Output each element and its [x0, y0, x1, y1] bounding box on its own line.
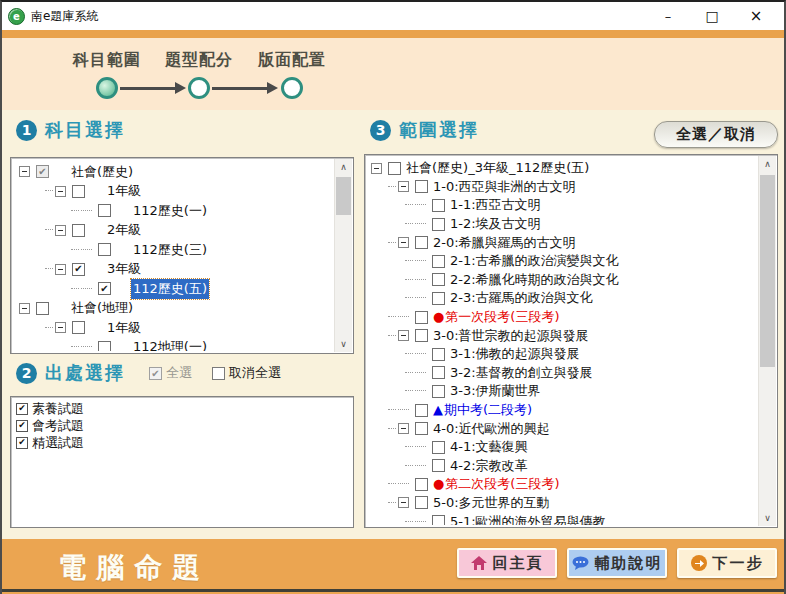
step-circle-1[interactable] — [96, 77, 118, 99]
checkbox[interactable] — [72, 185, 85, 198]
checkbox[interactable] — [415, 329, 428, 342]
checkbox[interactable] — [98, 204, 111, 217]
list-item[interactable]: ✔素養試題 — [13, 400, 351, 417]
tree-item-label[interactable]: 3-1:佛教的起源與發展 — [448, 344, 582, 364]
tree-item-label[interactable]: 2-1:古希臘的政治演變與文化 — [448, 251, 621, 271]
tree-item-label[interactable]: ▲期中考(二段考) — [431, 400, 534, 420]
tree-item-label[interactable]: 112地理(一) — [131, 337, 209, 351]
checkbox[interactable] — [36, 302, 49, 315]
checkbox[interactable] — [432, 255, 445, 268]
tree-item-label[interactable]: 社會(歷史)_3年級_112歷史(五) — [404, 158, 591, 178]
help-button[interactable]: 輔助說明 — [567, 548, 667, 578]
tree-item-label[interactable]: 社會(地理) — [69, 298, 135, 318]
collapse-icon[interactable] — [398, 237, 409, 248]
tree-item[interactable]: ●第二次段考(三段考) — [367, 475, 758, 494]
checkbox[interactable] — [415, 478, 428, 491]
list-item[interactable]: ✔精選試題 — [13, 434, 351, 451]
checkbox[interactable]: ✔ — [36, 165, 49, 178]
checkbox[interactable] — [72, 321, 85, 334]
tree-item[interactable]: 2-3:古羅馬的政治與文化 — [367, 289, 758, 308]
tree-item[interactable]: 2-2:希臘化時期的政治與文化 — [367, 271, 758, 290]
collapse-icon[interactable] — [398, 330, 409, 341]
tree-item-label[interactable]: 4-2:宗教改革 — [448, 456, 530, 476]
collapse-icon[interactable] — [55, 225, 66, 236]
checkbox[interactable] — [415, 311, 428, 324]
tree-item-label[interactable]: ●第一次段考(三段考) — [431, 307, 562, 327]
list-item[interactable]: ✔會考試題 — [13, 417, 351, 434]
step-circle-2[interactable] — [188, 77, 210, 99]
tree-item-label[interactable]: 112歷史(三) — [131, 240, 209, 260]
checkbox[interactable] — [98, 243, 111, 256]
checkbox[interactable] — [432, 515, 445, 525]
home-button[interactable]: 回主頁 — [457, 548, 557, 578]
tree-item-label[interactable]: 2-3:古羅馬的政治與文化 — [448, 288, 595, 308]
tree-item[interactable]: 1年級 — [13, 318, 334, 338]
tree-item[interactable]: ✔社會(歷史) — [13, 162, 334, 182]
tree-item[interactable]: 1-0:西亞與非洲的古文明 — [367, 178, 758, 197]
checkbox[interactable]: ✔ — [16, 403, 28, 415]
checkbox[interactable] — [432, 441, 445, 454]
select-all-checkbox[interactable]: ✔ — [149, 367, 162, 380]
tree-item[interactable]: 5-0:多元世界的互動 — [367, 494, 758, 513]
tree-item-label[interactable]: 3-0:普世宗教的起源與發展 — [431, 326, 591, 346]
checkbox[interactable] — [432, 292, 445, 305]
select-toggle-button[interactable]: 全選／取消 — [654, 121, 778, 148]
tree-item-label[interactable]: 4-0:近代歐洲的興起 — [431, 419, 552, 439]
collapse-icon[interactable] — [371, 163, 382, 174]
tree-item[interactable]: ●第一次段考(三段考) — [367, 308, 758, 327]
vertical-scrollbar[interactable]: ∧ ∨ — [758, 156, 776, 526]
tree-item-label[interactable]: 5-0:多元世界的互動 — [431, 493, 552, 513]
tree-item[interactable]: ▲期中考(二段考) — [367, 401, 758, 420]
tree-item[interactable]: 2-0:希臘與羅馬的古文明 — [367, 233, 758, 252]
checkbox[interactable] — [432, 366, 445, 379]
checkbox[interactable] — [432, 348, 445, 361]
tree-item-label[interactable]: 1-0:西亞與非洲的古文明 — [431, 177, 578, 197]
tree-item-label[interactable]: 2-2:希臘化時期的政治與文化 — [448, 270, 621, 290]
checkbox[interactable] — [415, 404, 428, 417]
scroll-up-icon[interactable]: ∧ — [759, 156, 776, 172]
tree-item-label[interactable]: 112歷史(五) — [131, 279, 209, 299]
collapse-icon[interactable] — [398, 497, 409, 508]
checkbox[interactable] — [415, 422, 428, 435]
tree-item[interactable]: 1-2:埃及古文明 — [367, 215, 758, 234]
tree-item-label[interactable]: 2年級 — [105, 220, 143, 240]
maximize-button[interactable]: □ — [690, 3, 734, 29]
tree-item[interactable]: 3-0:普世宗教的起源與發展 — [367, 326, 758, 345]
checkbox[interactable] — [432, 199, 445, 212]
scroll-down-icon[interactable]: ∨ — [335, 336, 352, 352]
collapse-icon[interactable] — [398, 423, 409, 434]
checkbox[interactable]: ✔ — [16, 420, 28, 432]
collapse-icon[interactable] — [55, 186, 66, 197]
tree-item[interactable]: 3-2:基督教的創立與發展 — [367, 364, 758, 383]
tree-item[interactable]: 112歷史(三) — [13, 240, 334, 260]
checkbox[interactable] — [415, 496, 428, 509]
tree-item-label[interactable]: 2-0:希臘與羅馬的古文明 — [431, 233, 578, 253]
checkbox[interactable] — [72, 224, 85, 237]
tree-item-label[interactable]: 社會(歷史) — [69, 162, 135, 182]
tree-item[interactable]: 1年級 — [13, 182, 334, 202]
scrollbar-thumb[interactable] — [760, 175, 775, 367]
scroll-up-icon[interactable]: ∧ — [335, 159, 352, 175]
deselect-all-checkbox[interactable] — [212, 367, 225, 380]
collapse-icon[interactable] — [398, 181, 409, 192]
collapse-icon[interactable] — [19, 166, 30, 177]
step-circle-3[interactable] — [281, 77, 303, 99]
tree-item[interactable]: 3-3:伊斯蘭世界 — [367, 382, 758, 401]
tree-item-label[interactable]: 1年級 — [105, 181, 143, 201]
tree-item-label[interactable]: 1年級 — [105, 318, 143, 338]
scrollbar-thumb[interactable] — [336, 177, 351, 215]
checkbox[interactable]: ✔ — [98, 282, 111, 295]
checkbox[interactable]: ✔ — [16, 437, 28, 449]
checkbox[interactable] — [415, 236, 428, 249]
tree-item[interactable]: 112歷史(一) — [13, 201, 334, 221]
tree-item-label[interactable]: 3-2:基督教的創立與發展 — [448, 363, 595, 383]
collapse-icon[interactable] — [55, 322, 66, 333]
tree-item-label[interactable]: 1-1:西亞古文明 — [448, 195, 543, 215]
tree-item-label[interactable]: 112歷史(一) — [131, 201, 209, 221]
tree-item[interactable]: ✔3年級 — [13, 260, 334, 280]
tree-item[interactable]: 4-2:宗教改革 — [367, 457, 758, 476]
vertical-scrollbar[interactable]: ∧ ∨ — [334, 159, 352, 352]
tree-item[interactable]: 社會(地理) — [13, 299, 334, 319]
collapse-icon[interactable] — [55, 264, 66, 275]
tree-item-label[interactable]: 3年級 — [105, 259, 143, 279]
